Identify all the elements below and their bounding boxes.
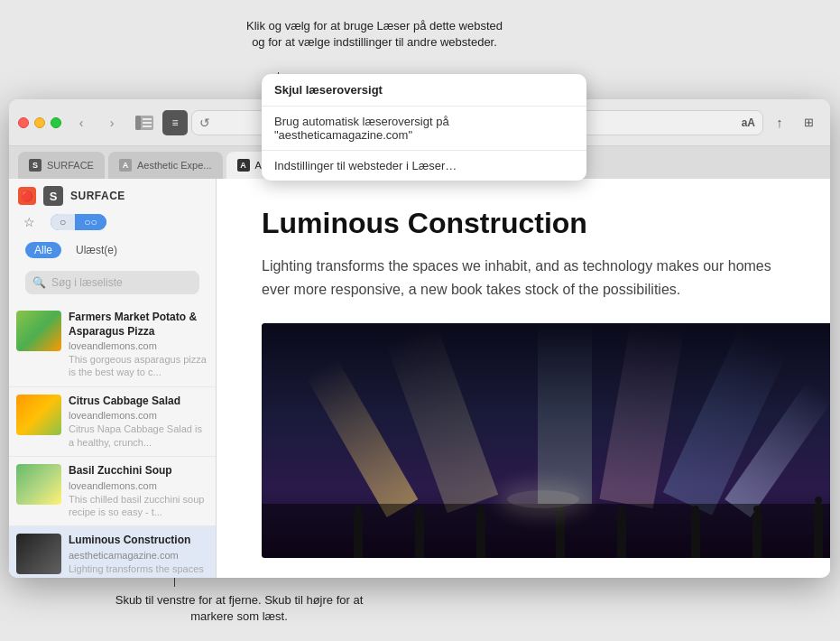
reading-list-item-4[interactable]: Luminous Construction aestheticamagazine… [9, 526, 216, 578]
dropdown-header: Skjul læseroversigt [262, 74, 586, 107]
traffic-lights [18, 117, 61, 128]
dropdown-item-auto[interactable]: Brug automatisk læseroversigt på "aesthe… [262, 107, 586, 150]
maximize-button[interactable] [51, 117, 61, 128]
tab-aestheticexp-icon: A [119, 159, 132, 172]
item-3-text: Basil Zucchini Soup loveandlemons.com Th… [69, 464, 208, 518]
item-4-title: Luminous Construction [69, 534, 208, 548]
filter-tabs: Alle Ulæst(e) [18, 238, 207, 262]
item-3-domain: loveandlemons.com [69, 480, 208, 491]
reading-list: Farmers Market Potato & Asparagus Pizza … [9, 303, 216, 578]
spotlight-circle [507, 490, 579, 508]
item-2-title: Citrus Cabbage Salad [69, 395, 208, 409]
person-6 [691, 513, 700, 558]
person-7 [752, 513, 762, 558]
svg-rect-1 [135, 116, 141, 130]
item-2-text: Citrus Cabbage Salad loveandlemons.com C… [69, 395, 208, 449]
person-5 [617, 513, 626, 558]
item-1-text: Farmers Market Potato & Asparagus Pizza … [69, 311, 208, 379]
sidebar: 🔴 S SURFACE ☆ ○ ○○ [9, 179, 217, 578]
app-icon: 🔴 [18, 187, 36, 205]
close-button[interactable] [18, 117, 29, 128]
item-3-desc: This chilled basil zucchini soup recipe … [69, 493, 208, 519]
item-4-desc: Lighting transforms the spaces we inhabi… [69, 562, 208, 578]
item-2-domain: loveandlemons.com [69, 410, 208, 421]
person-1 [354, 513, 363, 558]
person-8 [814, 504, 823, 558]
grid-view-button[interactable]: ○○ [75, 214, 106, 230]
thumbnail-2 [16, 395, 61, 435]
thumbnail-4 [16, 534, 61, 574]
search-icon: 🔍 [32, 276, 46, 289]
item-1-domain: loveandlemons.com [69, 340, 208, 351]
forward-button[interactable]: › [101, 112, 123, 134]
filter-all-tab[interactable]: Alle [25, 242, 61, 258]
article-title: Luminous Construction [262, 206, 785, 240]
list-view-button[interactable]: ○ [51, 214, 75, 230]
person-4 [556, 513, 565, 558]
dropdown-menu: Skjul læseroversigt Brug automatisk læse… [262, 74, 586, 181]
sidebar-brand: 🔴 S SURFACE [18, 186, 207, 206]
beam-2 [538, 323, 592, 504]
person-3 [476, 513, 485, 558]
annotation-bottom: Skub til venstre for at fjerne. Skub til… [99, 592, 379, 625]
item-2-desc: Citrus Napa Cabbage Salad is a healthy, … [69, 423, 208, 449]
search-placeholder: Søg i læseliste [51, 276, 123, 289]
sidebar-toggle-button[interactable] [132, 113, 157, 133]
reading-list-button[interactable]: ⊞ [796, 110, 821, 135]
bookmark-icon[interactable]: ☆ [18, 211, 40, 233]
item-1-desc: This gorgeous asparagus pizza is the bes… [69, 353, 208, 379]
main-content: Luminous Construction Lighting transform… [217, 179, 830, 578]
article-body: Lighting transforms the spaces we inhabi… [262, 255, 785, 301]
surface-icon[interactable]: S [43, 186, 63, 206]
item-1-title: Farmers Market Potato & Asparagus Pizza [69, 311, 208, 339]
tab-aesthetic-exp[interactable]: A Aesthetic Expe... [108, 152, 223, 179]
thumbnail-1 [16, 311, 61, 351]
reading-list-item-2[interactable]: Citrus Cabbage Salad loveandlemons.com C… [9, 387, 216, 457]
reader-mode-button[interactable]: ≡ [162, 110, 188, 135]
reader-content: Luminous Construction Lighting transform… [217, 179, 830, 578]
view-toggle[interactable]: ○ ○○ [51, 214, 106, 230]
article-image [262, 323, 830, 558]
tab-surface[interactable]: S SURFACE [18, 152, 105, 179]
back-button[interactable]: ‹ [70, 112, 92, 134]
filter-unread-tab[interactable]: Ulæst(e) [67, 242, 126, 258]
reload-icon: ↺ [199, 116, 210, 130]
brand-label: SURFACE [70, 190, 125, 202]
item-3-title: Basil Zucchini Soup [69, 464, 208, 478]
annotation-top: Klik og vælg for at bruge Læser på dette… [244, 18, 505, 51]
dropdown-item-settings[interactable]: Indstillinger til websteder i Læser… [262, 151, 586, 181]
sidebar-header: 🔴 S SURFACE ☆ ○ ○○ [9, 179, 216, 303]
minimize-button[interactable] [34, 117, 45, 128]
content-area: 🔴 S SURFACE ☆ ○ ○○ [9, 179, 830, 578]
item-4-domain: aestheticamagazine.com [69, 550, 208, 561]
person-2 [415, 513, 424, 558]
reading-list-item-1[interactable]: Farmers Market Potato & Asparagus Pizza … [9, 303, 216, 387]
search-box[interactable]: 🔍 Søg i læseliste [25, 271, 199, 294]
tab-aesthetica-icon: A [237, 159, 250, 172]
text-size-button[interactable]: aA [742, 116, 755, 129]
reading-list-item-3[interactable]: Basil Zucchini Soup loveandlemons.com Th… [9, 457, 216, 526]
sidebar-icons-row: ☆ ○ ○○ [18, 211, 207, 233]
item-4-text: Luminous Construction aestheticamagazine… [69, 534, 208, 578]
tab-surface-icon: S [29, 159, 42, 172]
stage [262, 323, 830, 558]
share-button[interactable]: ↑ [767, 110, 792, 135]
thumbnail-3 [16, 464, 61, 505]
stage-floor [262, 504, 830, 558]
